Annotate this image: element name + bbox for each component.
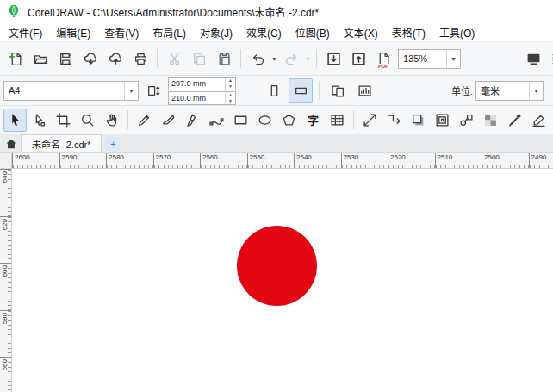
export-icon (351, 52, 366, 66)
zoom-level-value: 135% (403, 53, 443, 64)
menu-item[interactable]: 表格(T) (385, 22, 432, 42)
artistic-media-tool-button[interactable] (157, 109, 180, 132)
toolbox: 字 (0, 106, 553, 134)
menu-item[interactable]: 工具(O) (432, 22, 482, 42)
home-tab-button[interactable] (2, 135, 21, 152)
units-select[interactable]: 毫米 ▼ (475, 81, 544, 101)
transparency-tool-button[interactable] (479, 109, 502, 132)
menu-item[interactable]: 编辑(E) (49, 22, 97, 42)
show-rulers-button[interactable] (546, 47, 553, 71)
red-circle-shape[interactable] (237, 226, 317, 306)
pen-tool-button[interactable] (181, 109, 204, 132)
add-page-button[interactable]: + (106, 137, 120, 151)
titlebar: CorelDRAW - C:\Users\Administrator\Docum… (0, 0, 553, 22)
undo-button[interactable] (245, 47, 270, 71)
polygon-tool-button[interactable] (277, 109, 301, 132)
portrait-orientation-button[interactable] (262, 78, 286, 103)
print-icon (134, 52, 148, 66)
spin-up-icon[interactable]: ▲ (226, 92, 235, 98)
paste-button[interactable] (212, 47, 236, 71)
page-size-preset-select[interactable]: A4 ▼ (3, 81, 139, 101)
shape-tool-button[interactable] (28, 109, 51, 132)
units-value: 毫米 (481, 84, 525, 97)
save-to-cloud-button[interactable] (103, 47, 127, 71)
outline-pen-icon (531, 113, 546, 128)
document-tab-label: 未命名 -2.cdr* (32, 137, 90, 151)
publish-pdf-button[interactable]: PDF (371, 47, 395, 71)
print-button[interactable] (128, 47, 152, 71)
menu-item[interactable]: 文本(X) (337, 22, 385, 42)
ruler-mark: 640 (0, 169, 11, 216)
bezier-tool-button[interactable] (205, 109, 228, 132)
pick-tool-button[interactable] (3, 109, 27, 132)
menu-item[interactable]: 查看(V) (97, 22, 146, 42)
horizontal-ruler[interactable]: 2600 2590 2580 2570 2560 2550 2540 (0, 153, 553, 169)
ruler-origin-corner[interactable] (0, 153, 12, 168)
copy-icon (192, 52, 207, 66)
brush-icon (161, 113, 176, 128)
crop-tool-button[interactable] (52, 109, 75, 132)
all-pages-button[interactable] (326, 78, 350, 103)
save-button[interactable] (53, 47, 78, 71)
menu-item[interactable]: 对象(J) (193, 22, 239, 42)
page-width-stepper[interactable]: 297.0 mm ▲ ▼ (168, 77, 236, 90)
page-width-value: 297.0 mm (171, 79, 225, 88)
toolbar-separator (240, 49, 241, 68)
vertical-ruler[interactable]: 640 620 600 580 560 (0, 169, 12, 392)
pan-tool-button[interactable] (100, 109, 123, 132)
rectangle-tool-button[interactable] (229, 109, 252, 132)
text-tool-button[interactable]: 字 (301, 109, 325, 132)
window-title: CorelDRAW - C:\Users\Administrator\Docum… (28, 4, 319, 19)
export-button[interactable] (346, 47, 370, 71)
dimension-tool-button[interactable] (358, 109, 382, 132)
page-dimensions-indicator (141, 78, 165, 103)
eyedropper-tool-button[interactable] (503, 109, 526, 132)
spin-down-icon[interactable]: ▼ (226, 84, 235, 90)
document-tab-active[interactable]: 未命名 -2.cdr* (21, 134, 102, 152)
freehand-pencil-icon (137, 113, 152, 128)
drop-shadow-tool-button[interactable] (407, 109, 430, 132)
undo-dropdown-caret[interactable]: ▼ (270, 56, 278, 62)
toolbar-separator (316, 49, 317, 68)
contour-icon (435, 113, 450, 128)
drawing-canvas[interactable] (12, 169, 553, 392)
ruler-mark: 2560 (200, 153, 247, 168)
menu-item[interactable]: 文件(F) (2, 22, 49, 42)
menu-item[interactable]: 效果(C) (239, 22, 289, 42)
blend-tool-button[interactable] (455, 109, 478, 132)
landscape-orientation-button[interactable] (289, 78, 313, 103)
open-from-cloud-button[interactable] (78, 47, 103, 71)
contour-tool-button[interactable] (431, 109, 454, 132)
pan-hand-icon (104, 113, 119, 128)
connector-tool-button[interactable] (382, 109, 406, 132)
zoom-tool-button[interactable] (76, 109, 99, 132)
menu-item[interactable]: 布局(L) (146, 22, 193, 42)
fullscreen-preview-button[interactable] (521, 47, 545, 71)
table-tool-button[interactable] (326, 109, 349, 132)
ruler-mark: 580 (0, 310, 11, 358)
cloud-upload-icon (109, 52, 123, 66)
work-area: 640 620 600 580 560 (0, 169, 553, 392)
toolbar-separator (127, 110, 128, 129)
table-icon (330, 113, 345, 128)
open-folder-icon (34, 52, 48, 66)
page-height-stepper[interactable]: 210.0 mm ▲ ▼ (168, 91, 236, 105)
spin-up-icon[interactable]: ▲ (226, 78, 235, 84)
outline-pen-tool-button[interactable] (527, 109, 550, 132)
chevron-down-icon: ▼ (529, 82, 543, 100)
freehand-tool-button[interactable] (133, 109, 156, 132)
copy-button (187, 47, 211, 71)
ruler-mark: 2500 (482, 153, 529, 168)
pen-nib-icon (185, 113, 200, 128)
menu-item[interactable]: 位图(B) (289, 22, 337, 42)
open-button[interactable] (28, 47, 53, 71)
import-button[interactable] (321, 47, 345, 71)
document-tabbar: 未命名 -2.cdr* + (0, 134, 553, 153)
spin-down-icon[interactable]: ▼ (226, 98, 235, 104)
ruler-mark: 2520 (388, 153, 435, 168)
cut-button (162, 47, 186, 71)
current-page-button[interactable] (352, 78, 376, 103)
ellipse-tool-button[interactable] (253, 109, 276, 132)
zoom-level-select[interactable]: 135% ▼ (398, 49, 461, 69)
new-document-button[interactable] (3, 47, 28, 71)
